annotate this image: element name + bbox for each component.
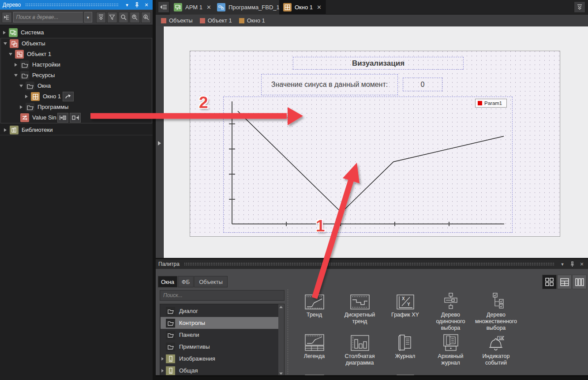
palette-item-legend[interactable]: Легенда	[292, 333, 337, 360]
breadcrumb-item-objects[interactable]: Объекты	[161, 17, 193, 24]
tree-item-settings[interactable]: Настройки	[0, 60, 153, 70]
tree-panel: Дерево ▾ × ▾	[0, 0, 153, 380]
palette-item-label: Архивный журнал	[428, 353, 473, 366]
palette-tab-objects[interactable]: Объекты	[194, 276, 228, 287]
view-table-icon[interactable]	[557, 275, 572, 289]
palette-title: Палитра	[158, 261, 180, 267]
category-images[interactable]: Изображения	[161, 353, 279, 365]
arm-icon	[174, 3, 182, 11]
tree-item-system[interactable]: Система	[0, 27, 153, 38]
chevron-right-icon[interactable]	[20, 105, 22, 109]
widget-trend-chart[interactable]: Param1	[223, 97, 513, 233]
port-output-button[interactable]	[70, 113, 81, 123]
view-grid-icon[interactable]	[542, 275, 557, 289]
tree-item-object-1[interactable]: Объект 1	[0, 49, 153, 60]
palette-item-archive-journal[interactable]: Архивный журнал	[428, 333, 473, 366]
tree-item-value-sin[interactable]: Value Sin	[0, 112, 153, 123]
discrete-trend-icon	[337, 292, 382, 309]
category-common[interactable]: Общая	[161, 365, 279, 376]
breadcrumb-item-object-1[interactable]: Объект 1	[200, 17, 232, 24]
chevron-right-icon[interactable]	[161, 357, 164, 361]
category-controls[interactable]: Контролы	[161, 317, 279, 329]
tree-item-resources[interactable]: Ресурсы	[0, 70, 153, 81]
collapsed-panel-strip[interactable]	[156, 26, 164, 258]
folder-icon	[26, 82, 34, 90]
search-up-icon[interactable]	[130, 12, 140, 23]
pin-icon[interactable]	[569, 261, 576, 268]
collapse-editors-icon[interactable]	[574, 1, 585, 13]
palette-item-journal[interactable]: Журнал	[382, 333, 428, 360]
tab-close-icon[interactable]: ✕	[317, 4, 322, 11]
category-panels[interactable]: Панели	[161, 329, 279, 341]
palette-tab-windows[interactable]: Окна	[158, 276, 177, 287]
panel-drag-handle[interactable]	[184, 262, 554, 266]
category-label: Примитивы	[179, 343, 210, 350]
tree-item-programs[interactable]: Программы	[0, 102, 153, 112]
tree-item-libraries[interactable]: Библиотеки	[0, 125, 153, 135]
trend-legend: Param1	[475, 99, 507, 108]
palette-tab-fb[interactable]: ФБ	[178, 276, 194, 287]
panel-bottom-edge	[156, 375, 588, 377]
chevron-right-icon[interactable]	[25, 95, 28, 98]
panel-menu-icon[interactable]: ▾	[559, 261, 566, 268]
chevron-down-icon[interactable]	[9, 53, 12, 56]
chevron-down-icon[interactable]	[4, 42, 7, 45]
palette-item-label: Дискретный тренд	[337, 312, 382, 325]
breadcrumb-item-window-1[interactable]: Окно 1	[239, 17, 265, 24]
pin-icon[interactable]	[133, 1, 140, 8]
port-input-button[interactable]	[57, 113, 68, 123]
chevron-right-icon[interactable]	[3, 31, 6, 34]
tab-label: ФБ	[182, 279, 190, 285]
scrollbar[interactable]	[278, 304, 284, 376]
category-label: Диалог	[179, 308, 198, 314]
palette-item-bar-chart[interactable]: Столбчатая диаграмма	[337, 333, 382, 366]
tab-okno-1[interactable]: Окно 1 ✕	[279, 0, 326, 15]
filter-icon[interactable]	[107, 12, 117, 23]
close-icon[interactable]: ×	[143, 1, 150, 8]
tree-item-objects[interactable]: Объекты	[0, 38, 153, 49]
palette-item-single-select-tree[interactable]: Дерево одиночного выбора	[428, 292, 473, 332]
search-down-icon[interactable]	[141, 12, 151, 23]
scroll-up-icon[interactable]	[279, 306, 283, 308]
palette-search-input[interactable]	[160, 290, 285, 301]
palette-item-event-indicator[interactable]: 10 Индикатор событий	[473, 333, 519, 366]
tab-close-icon[interactable]: ✕	[206, 4, 211, 11]
chevron-right-icon[interactable]	[15, 63, 17, 67]
chevron-right-icon[interactable]	[4, 128, 7, 132]
journal-icon	[382, 333, 428, 351]
palette-item-multi-select-tree[interactable]: Дерево множественного выбора	[473, 292, 519, 332]
open-window-button[interactable]	[63, 92, 74, 101]
search-icon[interactable]	[119, 12, 129, 23]
tree-item-label: Программы	[37, 104, 68, 110]
expand-all-icon[interactable]	[96, 12, 106, 23]
widget-sine-label[interactable]: Значение синуса в данный момент:	[261, 74, 398, 95]
expand-panel-icon[interactable]	[158, 141, 161, 145]
scroll-down-icon[interactable]	[279, 373, 283, 375]
tab-arm-1[interactable]: АРМ 1 ✕	[170, 0, 216, 15]
tree-collapse-button[interactable]	[2, 12, 12, 23]
tree-search-dropdown[interactable]: ▾	[84, 12, 92, 22]
panel-drag-handle[interactable]	[25, 3, 119, 7]
category-label: Контролы	[179, 320, 205, 326]
widget-title-label[interactable]: Визуализация	[293, 57, 464, 70]
panel-menu-icon[interactable]: ▾	[124, 1, 131, 8]
category-primitives[interactable]: Примитивы	[161, 341, 279, 353]
chevron-down-icon[interactable]	[14, 74, 18, 77]
design-page[interactable]: Визуализация Значение синуса в данный мо…	[190, 51, 560, 237]
palette-item-trend[interactable]: Тренд	[292, 292, 337, 318]
tree-search-input[interactable]	[13, 12, 83, 22]
chevron-right-icon[interactable]	[161, 369, 164, 373]
tab-list-icon[interactable]	[158, 1, 169, 13]
widget-sine-value[interactable]: 0	[403, 78, 442, 91]
archive-journal-icon	[428, 333, 473, 351]
palette-item-discrete-trend[interactable]: Дискретный тренд	[337, 292, 382, 325]
tree-item-window-1[interactable]: Окно 1	[0, 91, 153, 102]
tree-item-windows[interactable]: Окна	[0, 81, 153, 91]
view-columns-icon[interactable]	[572, 275, 587, 289]
multi-select-tree-icon	[473, 292, 519, 309]
close-icon[interactable]: ×	[578, 261, 585, 268]
chevron-down-icon[interactable]	[19, 85, 23, 87]
svg-text:Y: Y	[407, 302, 410, 307]
category-dialog[interactable]: Диалог	[161, 305, 279, 317]
palette-item-xy-chart[interactable]: XY График XY	[382, 292, 428, 318]
